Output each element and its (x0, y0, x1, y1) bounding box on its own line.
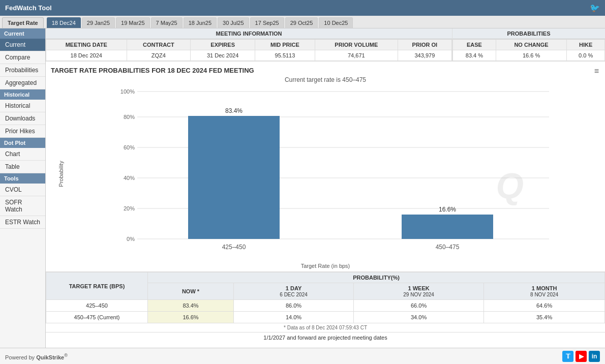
mid-price-value: 95.5113 (255, 50, 315, 61)
expires-value: 31 Dec 2024 (191, 50, 255, 61)
prior-oi-value: 343,979 (398, 50, 451, 61)
sidebar-item-estr-watch[interactable]: ESTR Watch (0, 216, 45, 229)
no-change-value: 16.6 % (496, 50, 566, 61)
meeting-info-header: MEETING INFORMATION (46, 28, 452, 39)
1day-val-1: 86.0% (234, 300, 354, 312)
svg-text:40%: 40% (124, 175, 135, 181)
main-layout: Current Current Compare Probabilities Ag… (0, 28, 605, 348)
hike-value: 0.0 % (567, 50, 605, 61)
bar1-label: 83.4% (225, 107, 243, 114)
th-probability: PROBABILITY(%) (148, 272, 605, 283)
sidebar-item-compare[interactable]: Compare (0, 51, 45, 64)
y-axis-label: Probability (58, 161, 64, 187)
table-row-425-450: 425–450 83.4% 86.0% 66.0% 64.6% (46, 300, 605, 312)
chart-title: TARGET RATE PROBABILITIES FOR 18 DEC 202… (51, 67, 600, 74)
footer: Powered by QuikStrike® 𝕋 ▶ in (0, 348, 605, 364)
col-expires: EXPIRES (191, 40, 255, 50)
1day-val-2: 14.0% (234, 312, 354, 323)
rate-label-1: 425–450 (46, 300, 148, 312)
sidebar-section-current: Current (0, 28, 45, 39)
meeting-info-panel: MEETING INFORMATION MEETING DATE CONTRAC… (46, 28, 452, 61)
svg-text:100%: 100% (120, 88, 135, 95)
svg-text:20%: 20% (124, 205, 135, 211)
probabilities-table: EASE NO CHANGE HIKE 83.4 % 16.6 % 0.0 % (452, 39, 605, 61)
tab-10dec25[interactable]: 10 Dec25 (319, 17, 353, 28)
tab-29jan25[interactable]: 29 Jan25 (82, 17, 115, 28)
footer-icons: 𝕋 ▶ in (562, 351, 600, 362)
footer-twitter-icon[interactable]: 𝕋 (562, 351, 573, 362)
col-hike: HIKE (567, 40, 605, 50)
probability-table-section: TARGET RATE (BPS) PROBABILITY(%) NOW * 1… (46, 272, 605, 343)
sidebar-item-aggregated[interactable]: Aggregated (0, 77, 45, 89)
bar2-x-label: 450–475 (436, 244, 460, 251)
rate-label-2: 450–475 (Current) (46, 312, 148, 323)
bar-450-475 (402, 215, 493, 239)
meeting-date-value: 18 Dec 2024 (46, 50, 127, 61)
svg-text:0%: 0% (127, 236, 135, 242)
th-1week: 1 WEEK29 NOV 2024 (354, 283, 484, 300)
table-row-450-475: 450–475 (Current) 16.6% 14.0% 34.0% 35.4… (46, 312, 605, 323)
tab-19mar25[interactable]: 19 Mar25 (116, 17, 149, 28)
sidebar: Current Current Compare Probabilities Ag… (0, 28, 46, 348)
probabilities-panel: PROBABILITIES EASE NO CHANGE HIKE 83.4 %… (452, 28, 605, 61)
tab-18jun25[interactable]: 18 Jun25 (184, 17, 217, 28)
projected-note: 1/1/2027 and forward are projected meeti… (46, 332, 605, 343)
probabilities-header: PROBABILITIES (452, 28, 605, 39)
col-mid-price: MID PRICE (255, 40, 315, 50)
sidebar-item-prior-hikes[interactable]: Prior Hikes (0, 125, 45, 138)
chart-subtitle: Current target rate is 450–475 (51, 76, 600, 83)
sidebar-item-probabilities[interactable]: Probabilities (0, 64, 45, 77)
probabilities-row: 83.4 % 16.6 % 0.0 % (453, 50, 605, 61)
tab-30jul25[interactable]: 30 Jul25 (218, 17, 249, 28)
watermark: Q (496, 166, 524, 206)
svg-text:80%: 80% (124, 114, 135, 120)
powered-by: Powered by QuikStrike® (5, 353, 68, 360)
chart-menu-icon[interactable]: ≡ (594, 67, 599, 76)
prior-volume-value: 74,671 (315, 50, 398, 61)
tab-29oct25[interactable]: 29 Oct25 (285, 17, 318, 28)
sidebar-item-current[interactable]: Current (0, 39, 45, 51)
col-prior-volume: PRIOR VOLUME (315, 40, 398, 50)
target-rate-tab[interactable]: Target Rate (2, 17, 44, 28)
meeting-info-table: MEETING DATE CONTRACT EXPIRES MID PRICE … (46, 39, 452, 61)
col-ease: EASE (453, 40, 496, 50)
sidebar-item-historical[interactable]: Historical (0, 100, 45, 112)
col-prior-oi: PRIOR OI (398, 40, 451, 50)
th-1month: 1 MONTH8 NOV 2024 (484, 283, 605, 300)
chart-section: TARGET RATE PROBABILITIES FOR 18 DEC 202… (46, 62, 605, 272)
tabs-row: Target Rate 18 Dec24 29 Jan25 19 Mar25 7… (0, 16, 605, 28)
tab-7may25[interactable]: 7 May25 (151, 17, 183, 28)
ease-value: 83.4 % (453, 50, 496, 61)
bar-425-450 (188, 116, 280, 239)
1week-val-1: 66.0% (354, 300, 484, 312)
app-header: FedWatch Tool 🐦 (0, 0, 605, 16)
bar2-label: 16.6% (439, 206, 456, 213)
contract-value: ZQZ4 (127, 50, 191, 61)
th-1day: 1 DAY6 DEC 2024 (234, 283, 354, 300)
tab-17sep25[interactable]: 17 Sep25 (250, 17, 284, 28)
tab-18dec24[interactable]: 18 Dec24 (47, 17, 81, 28)
th-target-rate: TARGET RATE (BPS) (46, 272, 148, 300)
bar-chart: 0% 20% 40% 60% 80% (71, 86, 600, 259)
sidebar-item-cvol[interactable]: CVOL (0, 184, 45, 196)
sidebar-section-historical: Historical (0, 89, 45, 100)
table-footnote: * Data as of 8 Dec 2024 07:59:43 CT (46, 323, 605, 332)
footer-youtube-icon[interactable]: ▶ (576, 351, 587, 362)
sidebar-item-sofr-watch[interactable]: SOFR Watch (0, 196, 45, 216)
sidebar-item-table[interactable]: Table (0, 161, 45, 173)
sidebar-item-chart[interactable]: Chart (0, 148, 45, 161)
sidebar-section-tools: Tools (0, 173, 45, 184)
bar1-x-label: 425–450 (222, 244, 246, 251)
content-area: MEETING INFORMATION MEETING DATE CONTRAC… (46, 28, 605, 348)
now-val-2: 16.6% (148, 312, 234, 323)
th-now: NOW * (148, 283, 234, 300)
col-no-change: NO CHANGE (496, 40, 566, 50)
sidebar-section-dot-plot: Dot Plot (0, 138, 45, 148)
1month-val-2: 35.4% (484, 312, 605, 323)
sidebar-item-downloads[interactable]: Downloads (0, 112, 45, 125)
twitter-header-icon: 🐦 (590, 3, 600, 13)
svg-text:60%: 60% (124, 144, 135, 150)
footer-linkedin-icon[interactable]: in (589, 351, 600, 362)
col-contract: CONTRACT (127, 40, 191, 50)
meeting-section: MEETING INFORMATION MEETING DATE CONTRAC… (46, 28, 605, 62)
